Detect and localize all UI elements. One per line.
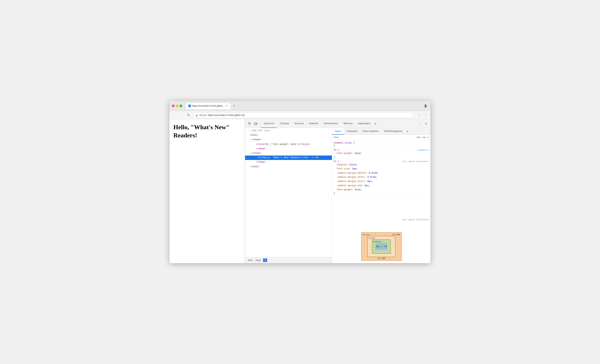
tab-label: https://overrides-in-html.glitch...	[192, 105, 225, 107]
inspect-element-button[interactable]	[247, 121, 253, 127]
styles-tab-styles[interactable]: Styles	[332, 128, 344, 135]
styles-tab-computed[interactable]: Computed	[344, 128, 360, 135]
close-window-button[interactable]	[172, 105, 175, 107]
maximize-window-button[interactable]	[179, 105, 182, 107]
refresh-button[interactable]: ↻	[186, 112, 191, 118]
devtools-close-button[interactable]: ✕	[423, 121, 429, 127]
breadcrumb-html[interactable]: html	[247, 258, 253, 262]
pseudo-class-filter[interactable]: :hov	[416, 136, 421, 139]
styles-filter-input[interactable]	[334, 136, 415, 139]
margin-bottom-value: 21.440	[361, 257, 401, 260]
devtools-window-controls: ⋮ ✕	[417, 121, 429, 127]
tab-application[interactable]: Application	[355, 119, 373, 128]
breadcrumb-body[interactable]: body	[255, 258, 262, 262]
style-prop-font-weight: font-weight: bold;	[334, 152, 429, 156]
padding-label: padding	[373, 241, 381, 243]
title-bar: https://overrides-in-html.glitch... ✕ + …	[169, 101, 431, 111]
devtools-body: <!DOCTYPE html> <html> ▼<head> <style>h1	[245, 128, 431, 263]
style-rule-header-h1: h1 { (index):4	[334, 149, 429, 152]
dom-line-body[interactable]: ▼<body>	[245, 151, 332, 155]
style-rule-element: element.style { }	[332, 141, 431, 148]
style-selector-h1-ua: h1 {	[334, 160, 339, 163]
padding-right-value: -	[387, 243, 391, 250]
padding-left-value: -	[372, 243, 375, 250]
menu-button[interactable]: ⋮	[423, 112, 428, 118]
main-area: Hello, "What's New" Readers!	[169, 119, 431, 263]
padding-bottom-value: -	[372, 250, 391, 253]
more-tabs-button[interactable]: »	[373, 119, 378, 128]
page-content: Hello, "What's New" Readers!	[169, 119, 245, 263]
box-model: margin 21.440 - border -	[361, 232, 402, 261]
style-selector-element: element.style {	[334, 142, 429, 144]
minimize-window-button[interactable]	[176, 105, 178, 107]
svg-rect-0	[254, 123, 256, 125]
dom-line-head[interactable]: ▼<head>	[245, 137, 332, 142]
margin-right-value: -	[395, 236, 401, 257]
user-account-icon[interactable]: 👤	[423, 103, 428, 109]
styles-tab-dom-breakpoints[interactable]: DOM Breakpoints	[381, 128, 405, 135]
breadcrumb-h1[interactable]: h1	[263, 258, 267, 262]
devtools-settings-button[interactable]: ⋮	[417, 121, 422, 127]
border-right-value: -	[391, 239, 395, 254]
tab-sources[interactable]: Sources	[292, 119, 306, 128]
tab-bar: https://overrides-in-html.glitch... ✕ +	[185, 103, 421, 109]
border-left-value: -	[368, 239, 372, 254]
tab-memory[interactable]: Memory	[341, 119, 355, 128]
style-prop-display: display: block;	[334, 163, 429, 167]
style-prop-margin-start: -webkit-margin-start: 0px;	[334, 180, 429, 184]
dom-line-html[interactable]: <html>	[245, 133, 332, 137]
window-controls: 👤	[423, 103, 428, 109]
user-agent-label: user agent stylesheet	[402, 218, 429, 221]
dom-line-html-close[interactable]: </html>	[245, 165, 332, 169]
tab-favicon	[188, 105, 191, 107]
style-prop-margin-before: -webkit-margin-before: 0.67em;	[334, 171, 429, 175]
tab-performance[interactable]: Performance	[321, 119, 341, 128]
border-label: border	[369, 237, 375, 239]
device-toggle-button[interactable]	[253, 121, 259, 127]
new-tab-button[interactable]: +	[232, 103, 237, 109]
cls-filter[interactable]: .cls	[422, 136, 426, 139]
padding-value: -	[382, 240, 383, 243]
styles-tab-event-listeners[interactable]: Event Listeners	[360, 128, 381, 135]
svg-rect-1	[256, 123, 257, 124]
traffic-lights	[172, 105, 182, 107]
secure-label: Secure	[199, 114, 207, 117]
border-box: border - - paddin	[367, 236, 395, 257]
padding-box: padding - - 352	[372, 239, 391, 254]
style-source-ua: user agent stylesheet	[402, 160, 429, 163]
dom-breadcrumb: html body h1	[245, 257, 332, 263]
devtools-panel: Elements Console Sources Network Perform…	[245, 119, 431, 263]
dom-line-head-close[interactable]: </head>	[245, 147, 332, 151]
style-prop-margin-after: -webkit-margin-after: 0.67em;	[334, 175, 429, 180]
forward-button[interactable]: →	[179, 112, 184, 118]
more-styles-tabs-button[interactable]: »	[405, 128, 410, 135]
dom-content: <!DOCTYPE html> <html> ▼<head> <style>h1	[245, 128, 332, 257]
browser-tab[interactable]: https://overrides-in-html.glitch... ✕	[185, 103, 231, 109]
dom-line-h1[interactable]: ... <h1>Hello, "What's New" Readers!</h1…	[245, 155, 332, 160]
margin-label: margin	[363, 234, 370, 236]
style-rule-h1-custom: h1 { (index):4 font-weight: bold; }	[332, 148, 431, 159]
border-value: -	[393, 237, 394, 239]
styles-filter: :hov .cls +	[332, 135, 431, 140]
url-text: https://overrides-in-html.glitch.me	[208, 114, 245, 117]
dom-line-style[interactable]: <style>h1 { font-weight: bold }</style>	[245, 142, 332, 147]
tab-console[interactable]: Console	[277, 119, 292, 128]
dom-line-doctype[interactable]: <!DOCTYPE html>	[245, 129, 332, 133]
add-style-rule-button[interactable]: +	[427, 136, 429, 139]
tab-elements[interactable]: Elements	[261, 119, 277, 128]
url-actions: ☆ ⋮	[417, 112, 428, 118]
style-selector-h1: h1 {	[334, 149, 339, 152]
dom-line-body-close[interactable]: </body>	[245, 160, 332, 164]
styles-tabs: Styles Computed Event Listeners DOM Brea…	[332, 128, 431, 135]
page-heading: Hello, "What's New" Readers!	[173, 123, 241, 139]
devtools-toolbar: Elements Console Sources Network Perform…	[245, 119, 431, 128]
bookmark-button[interactable]: ☆	[417, 112, 422, 118]
url-bar[interactable]: 🔒 Secure https://overrides-in-html.glitc…	[193, 112, 413, 118]
tab-close-button[interactable]: ✕	[225, 104, 228, 107]
style-prop-font-weight-ua: font-weight: bold;	[334, 188, 429, 192]
secure-icon: 🔒	[195, 114, 198, 117]
devtools-tabs: Elements Console Sources Network Perform…	[261, 119, 378, 128]
tab-network[interactable]: Network	[306, 119, 321, 128]
style-source-h1[interactable]: (index):4	[418, 149, 429, 151]
back-button[interactable]: ←	[172, 112, 177, 118]
